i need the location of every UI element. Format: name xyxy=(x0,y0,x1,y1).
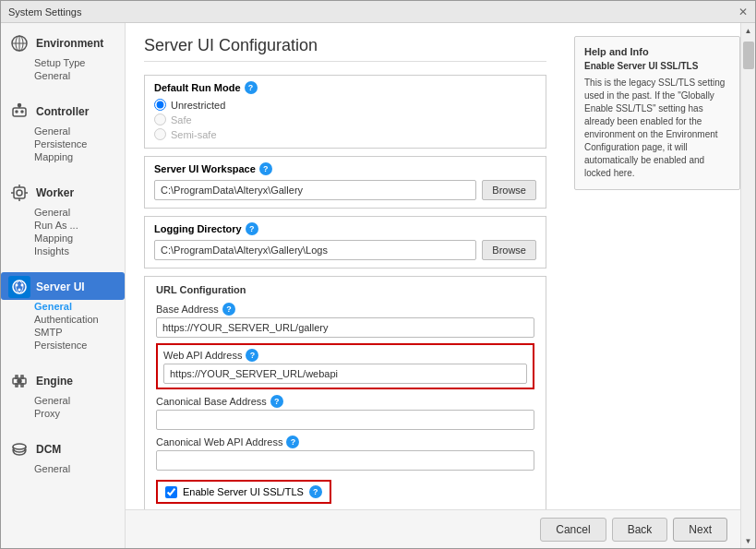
sidebar-label-dcm: DCM xyxy=(36,443,61,456)
radio-semi-safe[interactable]: Semi-safe xyxy=(154,128,536,140)
sidebar-item-worker-mapping[interactable]: Mapping xyxy=(34,232,117,245)
ssl-label: Enable Server UI SSL/TLS xyxy=(183,486,304,497)
sidebar-section-worker: Worker General Run As ... Mapping Insigh… xyxy=(1,173,125,267)
sidebar-item-authentication[interactable]: Authentication xyxy=(34,313,117,326)
sidebar-item-controller-general[interactable]: General xyxy=(34,125,117,137)
radio-unrestricted[interactable]: Unrestricted xyxy=(154,99,536,111)
svg-rect-21 xyxy=(21,376,23,378)
sidebar-section-header-engine[interactable]: Engine xyxy=(1,366,125,394)
sidebar-items-engine: General Proxy xyxy=(1,394,125,424)
sidebar-section-header-controller[interactable]: Controller xyxy=(1,97,125,125)
logging-input[interactable] xyxy=(154,240,476,260)
scroll-thumb[interactable] xyxy=(743,42,754,69)
svg-point-5 xyxy=(18,104,21,107)
canonical-base-field: Canonical Base Address ? xyxy=(156,395,534,430)
workspace-help-icon[interactable]: ? xyxy=(259,162,272,175)
sidebar-section-dcm: DCM General xyxy=(1,429,125,484)
back-button[interactable]: Back xyxy=(612,518,668,542)
sidebar-items-environment: Setup Type General xyxy=(1,56,125,86)
globe-icon xyxy=(8,32,30,54)
svg-point-24 xyxy=(18,379,21,383)
page-title: Server UI Configuration xyxy=(144,36,546,62)
engine-icon xyxy=(8,370,30,392)
sidebar-item-smtp[interactable]: SMTP xyxy=(34,326,117,339)
sidebar-item-server-ui-persistence[interactable]: Persistence xyxy=(34,339,117,352)
sidebar-item-setup-type[interactable]: Setup Type xyxy=(34,56,117,69)
svg-rect-20 xyxy=(16,376,18,378)
worker-icon xyxy=(8,182,30,204)
ssl-help-icon[interactable]: ? xyxy=(309,485,322,498)
sidebar-item-environment-general[interactable]: General xyxy=(34,69,117,82)
base-address-input[interactable] xyxy=(156,317,534,338)
sidebar-items-worker: General Run As ... Mapping Insights xyxy=(1,206,125,261)
help-panel-subtitle: Enable Server UI SSL/TLS xyxy=(584,61,730,71)
radio-safe[interactable]: Safe xyxy=(154,113,536,125)
workspace-section: Server UI Workspace ? Browse xyxy=(144,156,546,209)
next-button[interactable]: Next xyxy=(673,518,727,542)
sidebar-section-engine: Engine General Proxy xyxy=(1,361,125,429)
scrollbar-right: ▲ ▼ xyxy=(740,23,755,548)
sidebar-item-dcm-general[interactable]: General xyxy=(34,462,117,475)
canonical-base-label: Canonical Base Address ? xyxy=(156,395,534,408)
sidebar-label-controller: Controller xyxy=(36,105,89,118)
svg-rect-22 xyxy=(16,384,18,387)
workspace-field-row: Browse xyxy=(154,180,536,200)
scroll-up-arrow[interactable]: ▲ xyxy=(741,23,756,38)
svg-point-7 xyxy=(16,111,18,113)
ssl-checkbox[interactable] xyxy=(165,486,177,498)
close-button[interactable]: ✕ xyxy=(738,6,748,18)
web-api-help-icon[interactable]: ? xyxy=(246,349,258,362)
palette-icon xyxy=(8,276,30,298)
sidebar-item-proxy[interactable]: Proxy xyxy=(34,407,117,420)
svg-point-8 xyxy=(21,111,23,113)
svg-point-18 xyxy=(18,289,21,292)
sidebar-items-dcm: General xyxy=(1,462,125,479)
run-mode-help-icon[interactable]: ? xyxy=(245,81,258,94)
sidebar-item-insights[interactable]: Insights xyxy=(34,245,117,257)
svg-rect-4 xyxy=(13,108,26,116)
ssl-section: Enable Server UI SSL/TLS ? xyxy=(156,480,331,504)
sidebar-item-persistence[interactable]: Persistence xyxy=(34,137,117,150)
sidebar-section-server-ui: Server UI General Authentication SMTP Pe… xyxy=(1,267,125,361)
content-area: Server UI Configuration Default Run Mode… xyxy=(126,23,565,509)
controller-icon xyxy=(8,101,30,123)
sidebar-section-header-dcm[interactable]: DCM xyxy=(1,435,125,462)
sidebar-item-run-as[interactable]: Run As ... xyxy=(34,219,117,232)
canonical-base-help-icon[interactable]: ? xyxy=(270,395,283,408)
sidebar-item-worker-general[interactable]: General xyxy=(34,206,117,219)
canonical-web-api-label: Canonical Web API Address ? xyxy=(156,436,534,448)
canonical-web-api-input[interactable] xyxy=(156,450,534,471)
sidebar-item-controller-mapping[interactable]: Mapping xyxy=(34,150,117,163)
sidebar-label-server-ui: Server UI xyxy=(36,280,85,293)
sidebar-section-header-environment[interactable]: Environment xyxy=(1,29,125,56)
svg-point-10 xyxy=(17,190,22,196)
scroll-down-arrow[interactable]: ▼ xyxy=(741,533,756,548)
sidebar-items-server-ui: General Authentication SMTP Persistence xyxy=(1,300,125,355)
dcm-icon xyxy=(8,438,30,460)
logging-browse-button[interactable]: Browse xyxy=(482,240,536,260)
web-api-address-input[interactable] xyxy=(163,364,527,384)
sidebar-item-server-ui-general[interactable]: General xyxy=(34,300,117,313)
logging-label: Logging Directory ? xyxy=(154,222,536,235)
sidebar-label-worker: Worker xyxy=(36,186,74,199)
titlebar: System Settings ✕ xyxy=(1,1,755,23)
base-address-field: Base Address ? xyxy=(156,303,534,338)
workspace-input[interactable] xyxy=(154,180,476,200)
cancel-button[interactable]: Cancel xyxy=(540,518,606,542)
base-address-help-icon[interactable]: ? xyxy=(222,303,235,316)
sidebar: Environment Setup Type General Controlle… xyxy=(1,23,126,548)
sidebar-section-header-server-ui[interactable]: Server UI xyxy=(1,272,125,300)
web-api-address-label: Web API Address ? xyxy=(163,349,527,362)
sidebar-item-engine-general[interactable]: General xyxy=(34,394,117,407)
sidebar-section-header-worker[interactable]: Worker xyxy=(1,178,125,206)
workspace-browse-button[interactable]: Browse xyxy=(482,180,536,200)
workspace-label: Server UI Workspace ? xyxy=(154,162,536,175)
logging-help-icon[interactable]: ? xyxy=(246,222,258,235)
system-settings-window: System Settings ✕ Environment Setup Type… xyxy=(0,0,756,549)
canonical-base-input[interactable] xyxy=(156,410,534,430)
url-config-label: URL Configuration xyxy=(156,284,534,295)
svg-rect-9 xyxy=(14,187,25,198)
logging-section: Logging Directory ? Browse xyxy=(144,216,546,269)
canonical-web-api-help-icon[interactable]: ? xyxy=(286,436,299,448)
sidebar-label-engine: Engine xyxy=(36,375,73,388)
